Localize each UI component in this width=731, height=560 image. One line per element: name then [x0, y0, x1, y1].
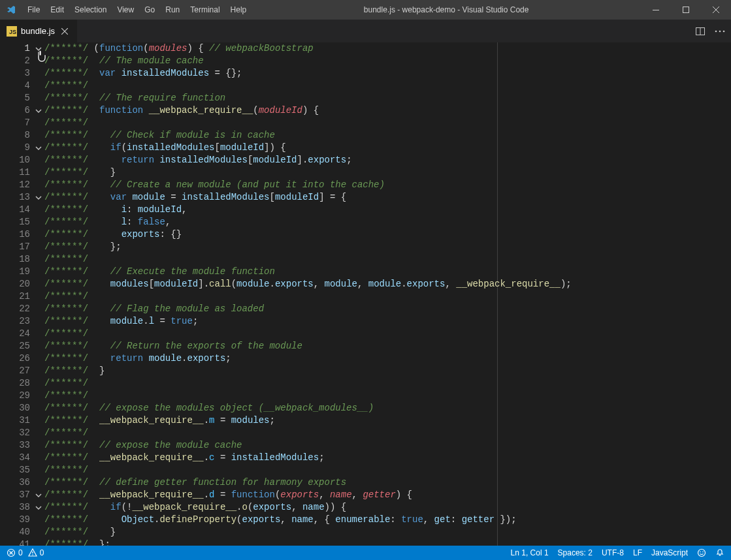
menu-go[interactable]: Go — [139, 0, 160, 20]
menu-terminal[interactable]: Terminal — [185, 0, 225, 20]
code-line: /******/ l: false, — [44, 216, 731, 228]
code-line: /******/ function __webpack_require__(mo… — [44, 104, 731, 117]
line-number: 37 — [0, 489, 30, 501]
status-language[interactable]: JavaScript — [651, 548, 688, 557]
fold-marker — [33, 266, 44, 278]
svg-point-6 — [715, 30, 717, 32]
status-line-col[interactable]: Ln 1, Col 1 — [511, 548, 549, 557]
fold-marker — [33, 514, 44, 526]
fold-marker — [33, 439, 44, 452]
code-line: /******/ if(installedModules[moduleId]) … — [44, 142, 731, 154]
fold-marker — [33, 476, 44, 489]
code-line: /******/ // The module cache — [44, 55, 731, 67]
fold-marker — [33, 402, 44, 414]
svg-point-14 — [702, 552, 704, 553]
code-line: /******/ // Check if module is in cache — [44, 129, 731, 142]
line-number: 26 — [0, 352, 30, 365]
fold-marker[interactable] — [33, 191, 44, 204]
code-line: /******/ return installedModules[moduleI… — [44, 154, 731, 166]
svg-point-8 — [723, 30, 725, 32]
code-line: /******/ modules[moduleId].call(module.e… — [44, 278, 731, 290]
fold-marker — [33, 80, 44, 92]
title-bar: FileEditSelectionViewGoRunTerminalHelp b… — [0, 0, 731, 20]
svg-point-7 — [719, 30, 721, 32]
line-number: 30 — [0, 402, 30, 414]
fold-marker[interactable] — [33, 142, 44, 154]
line-number: 36 — [0, 476, 30, 489]
line-number: 6 — [0, 104, 30, 117]
code-line: /******/ — [44, 117, 731, 129]
menu-edit[interactable]: Edit — [45, 0, 69, 20]
code-line: /******/ // Flag the module as loaded — [44, 303, 731, 315]
fold-marker[interactable] — [33, 104, 44, 117]
svg-point-13 — [700, 552, 701, 553]
status-bell-icon[interactable] — [715, 548, 724, 557]
fold-gutter — [33, 42, 44, 546]
menu-view[interactable]: View — [112, 0, 139, 20]
code-line: /******/ (function(modules) { // webpack… — [44, 42, 731, 55]
code-line: /******/ // Create a new module (and put… — [44, 179, 731, 191]
fold-marker — [33, 390, 44, 402]
svg-point-11 — [32, 554, 33, 555]
menu-run[interactable]: Run — [160, 0, 185, 20]
menu-file[interactable]: File — [22, 0, 45, 20]
minimize-button[interactable] — [641, 0, 671, 20]
svg-text:JS: JS — [9, 29, 16, 35]
maximize-button[interactable] — [671, 0, 701, 20]
close-button[interactable] — [701, 0, 731, 20]
fold-marker — [33, 464, 44, 476]
line-number: 22 — [0, 303, 30, 315]
line-number: 3 — [0, 67, 30, 80]
code-line: /******/ if(!__webpack_require__.o(expor… — [44, 501, 731, 514]
code-line: /******/ __webpack_require__.c = install… — [44, 452, 731, 464]
code-line: /******/ module.l = true; — [44, 315, 731, 328]
fold-marker — [33, 340, 44, 352]
more-actions-icon[interactable] — [713, 24, 727, 39]
status-spaces[interactable]: Spaces: 2 — [558, 548, 593, 557]
fold-marker[interactable] — [33, 489, 44, 501]
vscode-logo-icon — [0, 5, 22, 15]
editor-area[interactable]: 1234567891011121314151617181920212223242… — [0, 42, 731, 546]
tab-bundle-js[interactable]: JS bundle.js — [0, 20, 78, 42]
status-feedback-icon[interactable] — [697, 548, 706, 557]
fold-marker — [33, 452, 44, 464]
tab-close-icon[interactable] — [59, 25, 71, 37]
line-number: 5 — [0, 92, 30, 104]
line-number: 31 — [0, 414, 30, 427]
code-line: /******/ — [44, 427, 731, 439]
line-number: 20 — [0, 278, 30, 290]
fold-marker[interactable] — [33, 501, 44, 514]
code-line: /******/ return module.exports; — [44, 352, 731, 365]
line-number: 13 — [0, 191, 30, 204]
fold-marker[interactable] — [33, 42, 44, 55]
code-content[interactable]: /******/ (function(modules) { // webpack… — [44, 42, 731, 546]
menu-help[interactable]: Help — [225, 0, 252, 20]
fold-marker — [33, 228, 44, 241]
code-line: /******/ — [44, 253, 731, 266]
status-errors[interactable]: 0 — [7, 548, 23, 557]
code-line: /******/ var module = installedModules[m… — [44, 191, 731, 204]
status-encoding[interactable]: UTF-8 — [602, 548, 624, 557]
svg-rect-0 — [653, 10, 659, 10]
line-number: 16 — [0, 228, 30, 241]
fold-marker — [33, 377, 44, 390]
code-line: /******/ // expose the module cache — [44, 439, 731, 452]
status-warnings[interactable]: 0 — [28, 548, 44, 557]
line-number: 1 — [0, 42, 30, 55]
code-line: /******/ } — [44, 526, 731, 538]
fold-marker — [33, 414, 44, 427]
line-number: 7 — [0, 117, 30, 129]
status-eol[interactable]: LF — [633, 548, 642, 557]
line-number: 41 — [0, 538, 30, 546]
fold-marker — [33, 204, 44, 216]
fold-marker — [33, 365, 44, 377]
line-number: 24 — [0, 328, 30, 340]
line-number: 4 — [0, 80, 30, 92]
code-line: /******/ }; — [44, 538, 731, 546]
fold-marker — [33, 154, 44, 166]
status-bar: 0 0 Ln 1, Col 1 Spaces: 2 UTF-8 LF JavaS… — [0, 546, 731, 560]
line-number: 35 — [0, 464, 30, 476]
split-editor-icon[interactable] — [693, 24, 707, 39]
menu-selection[interactable]: Selection — [69, 0, 112, 20]
fold-marker — [33, 55, 44, 67]
